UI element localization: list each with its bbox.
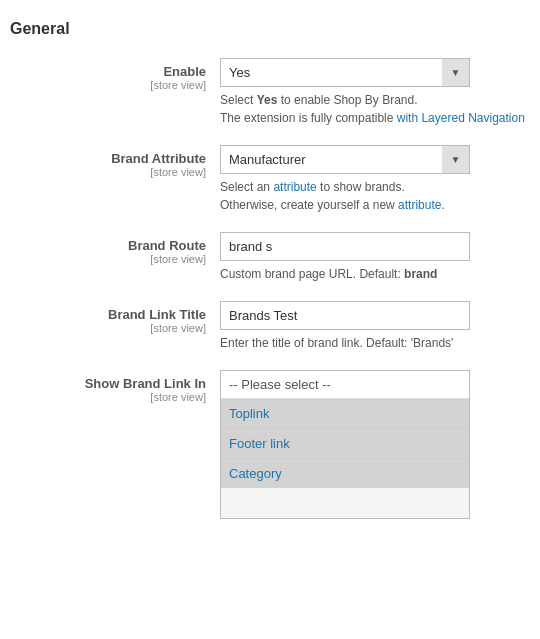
show-brand-link-in-label: Show Brand Link In xyxy=(10,376,206,391)
show-brand-link-in-row: Show Brand Link In [store view] -- Pleas… xyxy=(10,370,530,519)
enable-select-wrapper[interactable]: Yes No xyxy=(220,58,470,87)
enable-label: Enable xyxy=(10,64,206,79)
enable-select[interactable]: Yes No xyxy=(220,58,470,87)
enable-label-col: Enable [store view] xyxy=(10,58,220,91)
brand-attribute-label: Brand Attribute xyxy=(10,151,206,166)
enable-desc: Select Yes to enable Shop By Brand. The … xyxy=(220,91,530,127)
multiselect-empty-area xyxy=(221,488,469,518)
brand-link-title-label: Brand Link Title xyxy=(10,307,206,322)
brand-attribute-label-col: Brand Attribute [store view] xyxy=(10,145,220,178)
brand-route-label-col: Brand Route [store view] xyxy=(10,232,220,265)
multiselect-placeholder: -- Please select -- xyxy=(221,371,469,399)
brand-route-desc: Custom brand page URL. Default: brand xyxy=(220,265,530,283)
brand-attribute-select-wrapper[interactable]: Manufacturer xyxy=(220,145,470,174)
brand-route-store-view: [store view] xyxy=(10,253,206,265)
brand-link-title-label-col: Brand Link Title [store view] xyxy=(10,301,220,334)
brand-link-title-desc: Enter the title of brand link. Default: … xyxy=(220,334,530,352)
brand-attribute-row: Brand Attribute [store view] Manufacture… xyxy=(10,145,530,214)
multiselect-option-footer-link[interactable]: Footer link xyxy=(221,429,469,459)
show-brand-link-in-field-col: -- Please select -- Toplink Footer link … xyxy=(220,370,530,519)
show-brand-link-in-multiselect[interactable]: -- Please select -- Toplink Footer link … xyxy=(220,370,470,519)
enable-store-view: [store view] xyxy=(10,79,206,91)
brand-attribute-store-view: [store view] xyxy=(10,166,206,178)
brand-attribute-desc: Select an attribute to show brands. Othe… xyxy=(220,178,530,214)
enable-field-col: Yes No Select Yes to enable Shop By Bran… xyxy=(220,58,530,127)
multiselect-option-toplink[interactable]: Toplink xyxy=(221,399,469,429)
show-brand-link-in-label-col: Show Brand Link In [store view] xyxy=(10,370,220,403)
brand-route-row: Brand Route [store view] Custom brand pa… xyxy=(10,232,530,283)
new-attribute-link[interactable]: attribute xyxy=(398,198,441,212)
brand-link-title-row: Brand Link Title [store view] Enter the … xyxy=(10,301,530,352)
brand-link-title-field-col: Enter the title of brand link. Default: … xyxy=(220,301,530,352)
brand-attribute-field-col: Manufacturer Select an attribute to show… xyxy=(220,145,530,214)
page-title: General xyxy=(10,20,530,38)
show-brand-link-in-store-view: [store view] xyxy=(10,391,206,403)
brand-route-field-col: Custom brand page URL. Default: brand xyxy=(220,232,530,283)
brand-link-title-input[interactable] xyxy=(220,301,470,330)
brand-route-input[interactable] xyxy=(220,232,470,261)
multiselect-option-category[interactable]: Category xyxy=(221,459,469,488)
layered-nav-link[interactable]: with Layered Navigation xyxy=(397,111,525,125)
brand-link-title-store-view: [store view] xyxy=(10,322,206,334)
attribute-link[interactable]: attribute xyxy=(273,180,316,194)
brand-attribute-select[interactable]: Manufacturer xyxy=(220,145,470,174)
multiselect-options-list: Toplink Footer link Category xyxy=(221,399,469,488)
brand-route-label: Brand Route xyxy=(10,238,206,253)
enable-row: Enable [store view] Yes No Select Yes to… xyxy=(10,58,530,127)
